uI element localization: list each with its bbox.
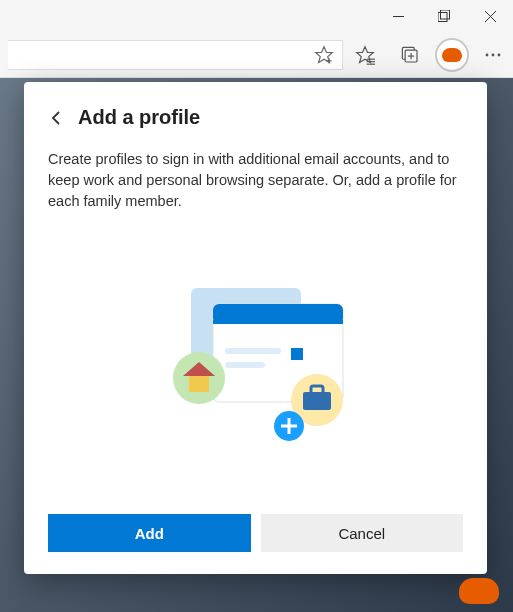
- svg-rect-24: [225, 362, 265, 368]
- svg-rect-1: [438, 13, 447, 22]
- popup-description: Create profiles to sign in with addition…: [48, 149, 463, 212]
- maximize-button[interactable]: [421, 0, 467, 32]
- svg-marker-5: [316, 46, 333, 62]
- svg-rect-28: [189, 376, 209, 392]
- svg-rect-22: [213, 320, 343, 324]
- add-profile-popup: Add a profile Create profiles to sign in…: [24, 82, 487, 574]
- svg-point-16: [486, 53, 489, 56]
- favorite-star-add-icon[interactable]: [314, 45, 334, 65]
- cancel-button[interactable]: Cancel: [261, 514, 464, 552]
- svg-marker-8: [357, 46, 374, 62]
- svg-rect-23: [225, 348, 281, 354]
- address-bar[interactable]: [8, 40, 343, 70]
- window-titlebar: [0, 0, 513, 32]
- corner-badge-icon: [459, 578, 499, 604]
- back-button[interactable]: [48, 110, 64, 126]
- cloud-icon: [442, 48, 462, 62]
- collections-icon[interactable]: [387, 32, 431, 78]
- popup-title: Add a profile: [78, 106, 200, 129]
- svg-point-17: [492, 53, 495, 56]
- minimize-button[interactable]: [375, 0, 421, 32]
- more-icon[interactable]: [473, 32, 513, 78]
- browser-toolbar: [0, 32, 513, 78]
- favorites-list-icon[interactable]: [343, 32, 387, 78]
- profile-button[interactable]: [435, 38, 469, 72]
- svg-rect-25: [291, 348, 303, 360]
- svg-rect-2: [441, 10, 450, 19]
- close-button[interactable]: [467, 0, 513, 32]
- svg-point-18: [498, 53, 501, 56]
- add-button[interactable]: Add: [48, 514, 251, 552]
- profile-illustration: [48, 212, 463, 514]
